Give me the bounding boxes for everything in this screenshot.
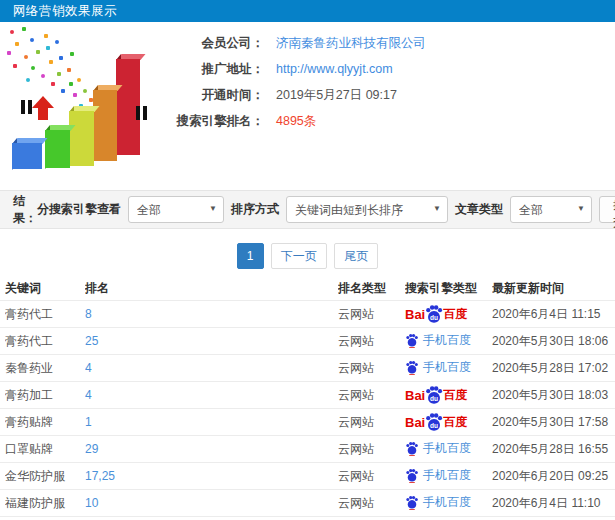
table-row: 膏药代工25云网站手机百度2020年5月30日 18:06 xyxy=(0,327,615,354)
updated-cell: 2020年6月20日 09:25 xyxy=(492,468,615,485)
page-button-1[interactable]: 1 xyxy=(237,243,264,269)
baidu-mobile-paw-icon xyxy=(405,495,419,510)
promo-url-link[interactable]: http://www.qlyyjt.com xyxy=(276,62,393,76)
businessman-figure-left xyxy=(18,100,34,114)
info-section: 会员公司： 济南秦鲁药业科技有限公司 推广地址： http://www.qlyy… xyxy=(0,22,615,185)
info-row-company: 会员公司： 济南秦鲁药业科技有限公司 xyxy=(172,34,426,52)
baidu-logo-latin: Bai xyxy=(405,307,425,322)
chart-bar-yellow xyxy=(69,111,94,166)
engine-cell: Baidu百度 xyxy=(405,304,492,324)
rank-cell: 8 xyxy=(85,307,338,321)
header-rank-type: 排名类型 xyxy=(338,280,405,297)
bar-chart-illustration xyxy=(0,22,172,177)
baidu-mobile-logo: 手机百度 xyxy=(405,440,471,457)
submit-button[interactable]: 提交 xyxy=(599,196,615,223)
result-label: 结果： xyxy=(13,193,37,227)
svg-text:du: du xyxy=(430,395,438,402)
article-type-label: 文章类型 xyxy=(455,201,503,218)
updated-cell: 2020年5月28日 17:02 xyxy=(492,360,615,377)
rank-type-cell: 云网站 xyxy=(338,441,405,458)
rank-link[interactable]: 1 xyxy=(85,415,92,429)
member-info: 会员公司： 济南秦鲁药业科技有限公司 推广地址： http://www.qlyy… xyxy=(172,22,426,185)
baidu-mobile-logo: 手机百度 xyxy=(405,467,471,484)
baidu-mobile-paw-icon xyxy=(405,441,419,456)
svg-text:du: du xyxy=(430,314,438,321)
filter-controls: 分搜索引擎查看 全部 排序方式 关键词由短到长排序 文章类型 全部 提交 xyxy=(37,196,615,223)
open-time-value: 2019年5月27日 09:17 xyxy=(276,87,397,104)
table-row: 秦鲁药业4云网站手机百度2020年5月28日 17:02 xyxy=(0,354,615,381)
article-type-select-wrap: 全部 xyxy=(510,196,592,223)
header-keyword: 关键词 xyxy=(5,280,85,297)
keyword-cell: 口罩贴牌 xyxy=(5,441,85,458)
baidu-logo-latin: Bai xyxy=(405,415,425,430)
engine-cell: Baidu百度 xyxy=(405,385,492,405)
rank-link[interactable]: 4 xyxy=(85,361,92,375)
engine-cell: 手机百度 xyxy=(405,359,492,378)
info-row-url: 推广地址： http://www.qlyyjt.com xyxy=(172,60,426,78)
rank-count-value: 4895条 xyxy=(276,113,316,130)
rank-cell: 4 xyxy=(85,361,338,375)
rank-type-cell: 云网站 xyxy=(338,360,405,377)
company-link[interactable]: 济南秦鲁药业科技有限公司 xyxy=(276,35,426,52)
baidu-logo: Baidu百度 xyxy=(405,385,467,405)
keyword-cell: 膏药加工 xyxy=(5,387,85,404)
baidu-mobile-label: 手机百度 xyxy=(423,332,471,349)
baidu-logo-latin: Bai xyxy=(405,388,425,403)
keyword-cell: 秦鲁药业 xyxy=(5,360,85,377)
keyword-cell: 膏药贴牌 xyxy=(5,414,85,431)
page: 网络营销效果展示 会员公司： 济南秦鲁药业科技有限公司 推广地址： http:/… xyxy=(0,0,615,520)
rank-link[interactable]: 29 xyxy=(85,442,98,456)
rank-link[interactable]: 25 xyxy=(85,334,98,348)
rank-link[interactable]: 10 xyxy=(85,496,98,510)
baidu-logo-cn: 百度 xyxy=(443,306,467,323)
updated-cell: 2020年5月28日 16:55 xyxy=(492,441,615,458)
rank-link[interactable]: 4 xyxy=(85,388,92,402)
info-row-rank-count: 搜索引擎排名： 4895条 xyxy=(172,112,426,130)
table-row-partial: 手机百度 xyxy=(0,516,615,520)
open-time-label: 开通时间： xyxy=(172,87,264,104)
baidu-mobile-paw-icon xyxy=(405,468,419,483)
engine-cell: 手机百度 xyxy=(405,332,492,351)
table-row: 口罩贴牌29云网站手机百度2020年5月28日 16:55 xyxy=(0,435,615,462)
rank-type-cell: 云网站 xyxy=(338,333,405,350)
baidu-paw-icon: du xyxy=(424,412,444,432)
sort-select-wrap: 关键词由短到长排序 xyxy=(286,196,448,223)
sort-select[interactable]: 关键词由短到长排序 xyxy=(286,196,448,223)
rank-cell: 10 xyxy=(85,496,338,510)
last-page-button[interactable]: 尾页 xyxy=(334,243,378,269)
engine-select-wrap: 全部 xyxy=(128,196,224,223)
chart-bar-blue xyxy=(12,143,42,169)
rank-cell: 29 xyxy=(85,442,338,456)
table-row: 金华防护服17,25云网站手机百度2020年6月20日 09:25 xyxy=(0,462,615,489)
engine-filter-select[interactable]: 全部 xyxy=(128,196,224,223)
rank-link[interactable]: 17,25 xyxy=(85,469,115,483)
engine-cell: Baidu百度 xyxy=(405,412,492,432)
baidu-paw-icon: du xyxy=(424,304,444,324)
table-row: 福建防护服10云网站手机百度2020年6月4日 11:10 xyxy=(0,489,615,516)
rank-count-label: 搜索引擎排名： xyxy=(172,113,264,130)
engine-cell: 手机百度 xyxy=(405,494,492,513)
baidu-mobile-logo: 手机百度 xyxy=(405,359,471,376)
keyword-cell: 膏药代工 xyxy=(5,306,85,323)
baidu-logo: Baidu百度 xyxy=(405,412,467,432)
baidu-logo-cn: 百度 xyxy=(443,414,467,431)
baidu-logo-cn: 百度 xyxy=(443,387,467,404)
baidu-mobile-paw-icon xyxy=(405,360,419,375)
article-type-select[interactable]: 全部 xyxy=(510,196,592,223)
baidu-mobile-paw-icon xyxy=(405,333,419,348)
promo-url-label: 推广地址： xyxy=(172,61,264,78)
svg-text:du: du xyxy=(430,422,438,429)
baidu-mobile-label: 手机百度 xyxy=(423,467,471,484)
rank-cell: 25 xyxy=(85,334,338,348)
rank-type-cell: 云网站 xyxy=(338,387,405,404)
rank-link[interactable]: 8 xyxy=(85,307,92,321)
next-page-button[interactable]: 下一页 xyxy=(271,243,327,269)
page-title: 网络营销效果展示 xyxy=(13,4,117,18)
title-bar: 网络营销效果展示 xyxy=(0,0,615,22)
info-row-opened: 开通时间： 2019年5月27日 09:17 xyxy=(172,86,426,104)
rank-type-cell: 云网站 xyxy=(338,414,405,431)
table-row: 膏药加工4云网站Baidu百度2020年5月30日 18:03 xyxy=(0,381,615,408)
keyword-cell: 福建防护服 xyxy=(5,495,85,512)
baidu-mobile-label: 手机百度 xyxy=(423,440,471,457)
table-header-row: 关键词 排名 排名类型 搜索引擎类型 最新更新时间 xyxy=(0,276,615,300)
